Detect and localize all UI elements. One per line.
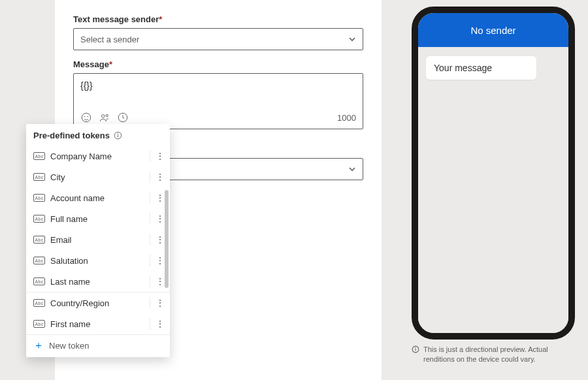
more-icon[interactable]: ⋮ <box>153 172 167 182</box>
token-item-last-name[interactable]: Abc Last name ⋮ <box>26 271 170 292</box>
required-mark: * <box>159 14 162 24</box>
scrollbar-thumb[interactable] <box>165 190 169 288</box>
text-type-icon: Abc <box>33 257 45 264</box>
svg-point-2 <box>88 116 88 117</box>
char-counter: 1000 <box>337 113 356 123</box>
tokens-header: Pre-defined tokens <box>26 124 170 146</box>
svg-point-11 <box>416 347 416 348</box>
token-item-full-name[interactable]: Abc Full name ⋮ <box>26 208 170 229</box>
token-label: Email <box>50 235 150 245</box>
text-type-icon: Abc <box>33 236 45 244</box>
text-type-icon: Abc <box>33 194 45 202</box>
phone-preview-body: Your message <box>418 47 568 333</box>
disclaimer-text: This is just a directional preview. Actu… <box>423 345 575 364</box>
more-icon[interactable]: ⋮ <box>153 319 167 328</box>
divider <box>150 150 150 162</box>
new-token-label: New token <box>49 341 89 351</box>
svg-point-1 <box>84 116 85 117</box>
token-item-email[interactable]: Abc Email ⋮ <box>26 229 170 250</box>
sender-select[interactable]: Select a sender <box>73 28 363 50</box>
token-item-country-region[interactable]: Abc Country/Region ⋮ <box>26 293 170 313</box>
chevron-down-icon <box>348 165 356 173</box>
divider <box>150 171 150 183</box>
divider <box>150 255 150 266</box>
sender-label-text: Text message sender <box>73 14 159 24</box>
phone-preview-header: No sender <box>418 13 568 47</box>
svg-point-0 <box>82 113 91 122</box>
token-label: Last name <box>50 277 150 287</box>
chevron-down-icon <box>348 35 356 43</box>
svg-point-8 <box>118 134 118 135</box>
info-icon[interactable] <box>114 131 122 140</box>
divider <box>150 234 150 245</box>
people-icon[interactable] <box>99 112 110 123</box>
new-token-button[interactable]: ＋ New token <box>26 334 170 357</box>
more-icon[interactable]: ⋮ <box>153 298 167 308</box>
token-item-account-name[interactable]: Abc Account name ⋮ <box>26 187 170 208</box>
sender-placeholder: Select a sender <box>80 35 139 44</box>
message-field-label: Message* <box>73 59 363 69</box>
preview-disclaimer: This is just a directional preview. Actu… <box>412 345 575 364</box>
text-type-icon: Abc <box>33 173 45 181</box>
token-label: Salutation <box>50 256 150 266</box>
divider <box>150 192 150 204</box>
sender-field-label: Text message sender* <box>73 14 363 24</box>
divider <box>150 213 150 225</box>
message-content[interactable]: {{}} <box>74 74 363 108</box>
token-label: Company Name <box>50 151 150 161</box>
token-item-city[interactable]: Abc City ⋮ <box>26 166 170 187</box>
token-label: City <box>50 172 150 182</box>
plus-icon: ＋ <box>33 340 44 351</box>
svg-point-4 <box>106 114 108 116</box>
text-type-icon: Abc <box>33 299 45 307</box>
divider <box>150 318 150 330</box>
text-type-icon: Abc <box>33 152 45 160</box>
divider <box>150 297 150 309</box>
preview-message-bubble: Your message <box>426 56 536 80</box>
tokens-list: Abc Company Name ⋮ Abc City ⋮ Abc Accoun… <box>26 146 170 334</box>
token-label: Full name <box>50 214 150 224</box>
more-icon[interactable]: ⋮ <box>153 151 167 161</box>
required-mark: * <box>109 59 112 69</box>
token-item-company-name[interactable]: Abc Company Name ⋮ <box>26 146 170 166</box>
phone-header-text: No sender <box>470 25 515 36</box>
text-type-icon: Abc <box>33 277 45 285</box>
token-item-first-name[interactable]: Abc First name ⋮ <box>26 313 170 334</box>
token-label: First name <box>50 319 150 329</box>
svg-point-3 <box>102 115 105 118</box>
phone-preview: No sender Your message <box>412 7 575 340</box>
message-editor[interactable]: {{}} 1000 <box>73 73 363 129</box>
token-item-salutation[interactable]: Abc Salutation ⋮ <box>26 250 170 271</box>
token-label: Country/Region <box>50 298 150 308</box>
info-icon <box>412 345 419 353</box>
text-type-icon: Abc <box>33 320 45 328</box>
predefined-tokens-popover: Pre-defined tokens Abc Company Name ⋮ Ab… <box>26 124 170 357</box>
text-type-icon: Abc <box>33 215 45 223</box>
clock-icon[interactable] <box>117 112 129 123</box>
preview-message-text: Your message <box>434 63 492 73</box>
message-label-text: Message <box>73 59 109 69</box>
divider <box>150 276 150 287</box>
tokens-header-text: Pre-defined tokens <box>33 131 110 140</box>
token-label: Account name <box>50 193 150 203</box>
emoji-icon[interactable] <box>80 112 92 123</box>
